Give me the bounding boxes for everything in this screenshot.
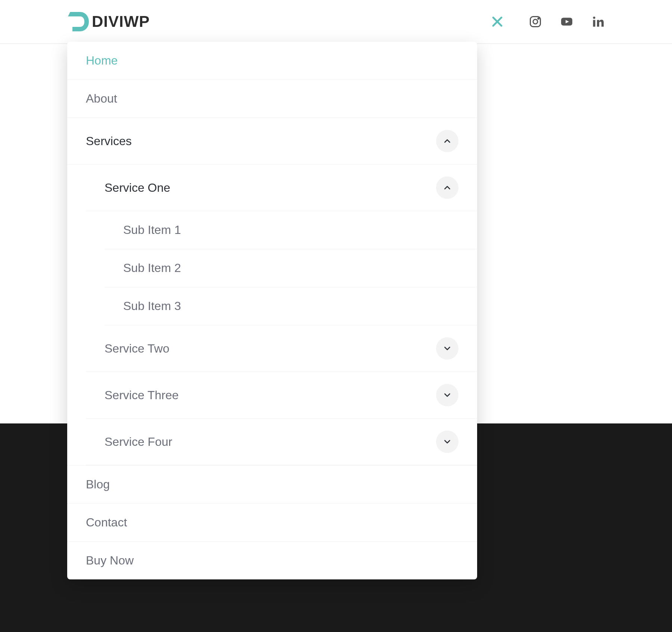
menu-divider: Sub Item 3 [105, 287, 477, 325]
menu-item-label: Blog [86, 478, 110, 491]
chevron-down-icon [442, 437, 452, 447]
collapse-toggle[interactable] [436, 176, 458, 199]
mobile-menu-panel: Home About Services Service One Sub Item… [67, 42, 477, 579]
close-icon [490, 15, 504, 29]
menu-item-about[interactable]: About [67, 80, 477, 118]
expand-toggle[interactable] [436, 431, 458, 453]
menu-divider: Service One [86, 165, 477, 211]
menu-item-service-three[interactable]: Service Three [86, 372, 477, 418]
menu-item-label: Service Two [105, 342, 169, 356]
chevron-up-icon [442, 183, 452, 193]
social-icons [529, 15, 605, 28]
chevron-down-icon [442, 390, 452, 400]
close-button[interactable] [488, 13, 506, 31]
menu-divider: Sub Item 1 [105, 211, 477, 249]
logo-icon [67, 10, 90, 33]
instagram-icon [529, 15, 542, 28]
menu-item-services[interactable]: Services [67, 118, 477, 165]
youtube-link[interactable] [560, 15, 573, 28]
menu-item-label: Services [86, 134, 132, 148]
instagram-link[interactable] [529, 15, 542, 28]
chevron-up-icon [442, 136, 452, 146]
menu-item-label: Service Four [105, 435, 172, 449]
menu-item-label: About [86, 92, 117, 106]
menu-item-label: Service Three [105, 388, 179, 402]
menu-item-label: Sub Item 3 [123, 299, 181, 313]
header-right [488, 13, 605, 31]
linkedin-link[interactable] [591, 15, 605, 28]
youtube-icon [560, 15, 573, 28]
menu-item-sub-3[interactable]: Sub Item 3 [105, 287, 477, 325]
menu-item-sub-1[interactable]: Sub Item 1 [105, 211, 477, 249]
svg-point-7 [593, 17, 595, 19]
svg-rect-6 [593, 20, 595, 27]
menu-item-label: Buy Now [86, 554, 134, 567]
expand-toggle[interactable] [436, 384, 458, 406]
menu-item-home[interactable]: Home [67, 42, 477, 80]
site-header: DIVIWP [0, 0, 672, 44]
menu-item-service-two[interactable]: Service Two [86, 325, 477, 372]
logo-text: DIVIWP [92, 13, 150, 31]
menu-item-blog[interactable]: Blog [67, 465, 477, 504]
menu-divider: Service Two [86, 325, 477, 372]
linkedin-icon [591, 15, 605, 28]
svg-point-4 [538, 18, 539, 19]
menu-item-label: Service One [105, 181, 170, 195]
menu-divider: Service Four [86, 419, 477, 465]
menu-divider: Sub Item 2 [105, 249, 477, 287]
expand-toggle[interactable] [436, 337, 458, 360]
menu-item-sub-2[interactable]: Sub Item 2 [105, 249, 477, 287]
menu-item-service-four[interactable]: Service Four [86, 419, 477, 465]
chevron-down-icon [442, 344, 452, 353]
menu-item-label: Sub Item 2 [123, 261, 181, 275]
menu-item-label: Home [86, 54, 118, 68]
menu-divider: Service Three [86, 372, 477, 419]
menu-item-label: Sub Item 1 [123, 223, 181, 237]
collapse-toggle[interactable] [436, 130, 458, 152]
menu-item-buy-now[interactable]: Buy Now [67, 542, 477, 579]
logo[interactable]: DIVIWP [67, 10, 150, 33]
menu-item-contact[interactable]: Contact [67, 504, 477, 542]
menu-item-label: Contact [86, 516, 127, 529]
svg-point-3 [533, 19, 538, 24]
menu-item-service-one[interactable]: Service One [86, 165, 477, 211]
